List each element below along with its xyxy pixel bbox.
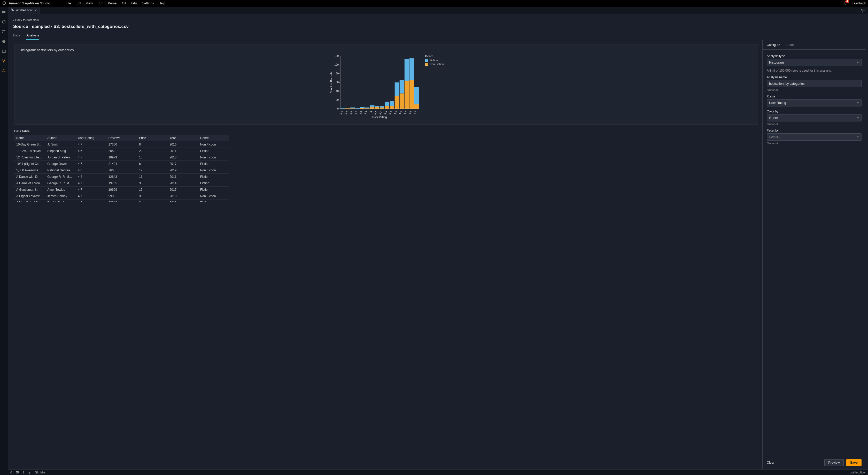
chevron-down-icon: ▼: [857, 117, 859, 119]
facetby-select[interactable]: Select... ▼: [767, 133, 862, 141]
menu-file[interactable]: File: [66, 2, 71, 5]
svg-rect-40: [370, 107, 374, 109]
table-row[interactable]: 5,000 Awesome Facts (...National Geograp…: [14, 167, 228, 174]
table-row[interactable]: 1984 (Signet Classics)George Orwell4.721…: [14, 161, 228, 167]
table-row[interactable]: A Dance with Dragons (...George R. R. Ma…: [14, 174, 228, 180]
table-row[interactable]: 10-Day Green Smoothi...JJ Smith4.7173508…: [14, 141, 228, 148]
menu-view[interactable]: View: [86, 2, 93, 5]
analysis-type-select[interactable]: Histogram ▼: [767, 59, 862, 66]
column-header[interactable]: Author: [45, 135, 76, 141]
table-row[interactable]: A Gentleman in Mosco...Amor Towles4.7196…: [14, 186, 228, 193]
svg-rect-56: [409, 80, 414, 109]
menu-edit[interactable]: Edit: [76, 2, 82, 5]
table-row[interactable]: A Higher Loyalty: Truth,...James Comey4.…: [14, 193, 228, 200]
menu-tabs[interactable]: Tabs: [131, 2, 137, 5]
analysis-left-panel: Histogram: bestsellers by categories 020…: [10, 40, 762, 469]
menu-run[interactable]: Run: [97, 2, 103, 5]
svg-rect-58: [414, 105, 419, 109]
status-left-0[interactable]: 0: [10, 471, 12, 474]
status-git[interactable]: Git: Idle: [35, 471, 45, 474]
tab-configure[interactable]: Configure: [767, 43, 780, 49]
data-table-scroll[interactable]: NameAuthorUser RatingReviewsPriceYearGen…: [14, 135, 758, 202]
analysis-name-input[interactable]: [767, 80, 862, 87]
settings-gear-button[interactable]: [858, 8, 868, 14]
palette-icon[interactable]: [2, 39, 6, 43]
svg-point-8: [5, 60, 5, 60]
table-row[interactable]: A Game of Thrones / A ...George R. R. Ma…: [14, 180, 228, 186]
colorby-select[interactable]: Genre ▼: [767, 114, 862, 121]
tab-data[interactable]: Data: [13, 33, 20, 40]
close-icon[interactable]: ✕: [34, 8, 37, 12]
row-limit-text: A limit of 100,000 rows is used for this…: [767, 69, 862, 72]
column-header[interactable]: Price: [137, 135, 167, 141]
svg-text:4.6: 4.6: [398, 111, 402, 115]
menu-settings[interactable]: Settings: [142, 2, 154, 5]
tab-code[interactable]: Code: [786, 43, 794, 49]
svg-point-12: [4, 69, 4, 70]
svg-rect-39: [365, 108, 369, 108]
feedback-link[interactable]: Feedback: [852, 2, 866, 5]
preview-button[interactable]: Preview: [824, 459, 843, 466]
chevron-left-icon: ‹: [13, 18, 14, 22]
table-row[interactable]: A Man Called Ove: A No...Fredrik Backman…: [14, 200, 228, 202]
status-gear-icon[interactable]: [28, 471, 31, 474]
menu-kernel[interactable]: Kernel: [108, 2, 117, 5]
svg-point-1: [3, 32, 3, 33]
svg-text:100: 100: [334, 63, 339, 66]
svg-rect-47: [385, 102, 389, 106]
svg-rect-46: [385, 106, 389, 109]
svg-text:40: 40: [336, 90, 339, 92]
subtabs: Data Analysis: [10, 32, 866, 40]
chevron-down-icon: ▼: [857, 136, 859, 139]
svg-rect-57: [409, 58, 414, 80]
column-header[interactable]: Reviews: [106, 135, 137, 141]
svg-rect-54: [404, 81, 409, 109]
column-header[interactable]: Year: [167, 135, 198, 141]
svg-text:120: 120: [334, 55, 339, 57]
analysis-type-label: Analysis type: [767, 54, 862, 58]
svg-text:4.2: 4.2: [378, 111, 382, 115]
configure-panel: Configure Code Analysis type Histogram ▼…: [762, 40, 866, 469]
clear-button[interactable]: Clear: [767, 459, 778, 466]
file-tab[interactable]: untitled.flow ✕: [8, 7, 40, 14]
svg-point-15: [862, 10, 863, 11]
optional-hint-2: Optional: [767, 122, 862, 126]
histogram-chart: 020406080100120Count of Records3.33.53.6…: [329, 55, 422, 119]
menubar: Amazon SageMaker Studio FileEditViewRunK…: [0, 0, 868, 7]
optional-hint-1: Optional: [767, 88, 862, 91]
column-header[interactable]: User Rating: [76, 135, 106, 141]
chevron-down-icon: ▼: [857, 101, 859, 105]
svg-text:4.5: 4.5: [394, 111, 397, 115]
svg-point-5: [4, 40, 5, 41]
svg-rect-51: [395, 83, 399, 96]
file-tab-bar: untitled.flow ✕: [8, 7, 868, 14]
components-icon[interactable]: [2, 59, 6, 63]
svg-rect-49: [390, 101, 394, 106]
column-header[interactable]: Name: [14, 135, 45, 141]
endpoints-icon[interactable]: [2, 69, 6, 73]
git-branch-icon[interactable]: [2, 29, 6, 34]
svg-rect-59: [414, 87, 419, 105]
tabs-icon[interactable]: [2, 49, 6, 53]
legend-item: Non Fiction: [425, 63, 444, 66]
table-row[interactable]: 11/22/63: A NovelStephen King4.620522220…: [14, 148, 228, 154]
status-left-1[interactable]: 1: [23, 471, 24, 474]
tab-analysis[interactable]: Analysis: [26, 33, 39, 40]
svg-rect-45: [380, 106, 384, 108]
folder-icon[interactable]: [2, 10, 6, 14]
save-button[interactable]: Save: [846, 459, 862, 466]
column-header[interactable]: Genre: [198, 135, 228, 141]
back-to-flow-link[interactable]: ‹ Back to data flow: [10, 15, 866, 23]
menu-help[interactable]: Help: [159, 2, 165, 5]
hexagon-icon[interactable]: [2, 20, 6, 24]
svg-text:20: 20: [336, 98, 339, 101]
legend-title: Genre: [425, 55, 444, 58]
notifications-button[interactable]: 4: [843, 1, 847, 6]
xaxis-label: X axis: [767, 95, 862, 98]
status-bar: 0 1 Git: Idle untitled.flow: [8, 469, 868, 475]
menu-git[interactable]: Git: [122, 2, 126, 5]
terminal-icon[interactable]: [16, 471, 19, 474]
xaxis-select[interactable]: User Rating ▼: [767, 99, 862, 107]
svg-rect-41: [370, 105, 374, 107]
table-row[interactable]: 12 Rules for Life: An An...Jordan B. Pet…: [14, 154, 228, 161]
